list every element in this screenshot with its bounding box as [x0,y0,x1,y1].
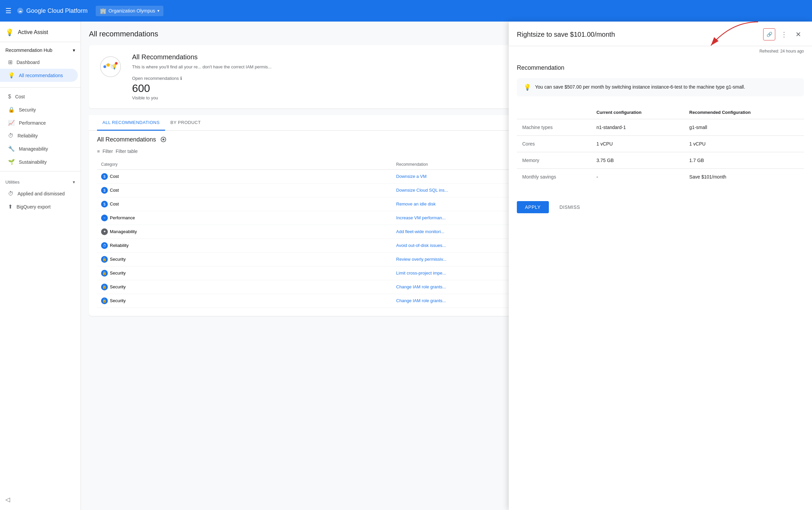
category-label: Performance [110,215,135,220]
info-icon[interactable]: ℹ [180,76,182,81]
recommendation-link[interactable]: Downsize Cloud SQL ins... [396,188,448,193]
config-col-label [517,106,591,119]
category-icon: 🔒 [101,283,108,290]
recommendation-link[interactable]: Add fleet-wide monitori... [396,229,444,234]
utilities-header[interactable]: Utilities ▾ [0,177,81,187]
link-icon: 🔗 [766,32,772,37]
sidebar-item-all-recommendations[interactable]: 💡 All recommendations [0,69,78,82]
category-icon: $ [101,187,108,194]
apply-button[interactable]: APPLY [517,201,549,213]
sidebar-item-manageability[interactable]: 🔧 Manageability [0,142,78,155]
category-cell: $ Cost [97,183,392,197]
panel-body: Recommendation 💡 You can save $507.00 pe… [509,56,812,193]
recommendation-link[interactable]: Increase VM performan... [396,215,446,220]
category-icon: $ [101,201,108,208]
sidebar-header: 💡 Active Assist [0,22,81,42]
sidebar-item-all-recs-label: All recommendations [19,73,63,78]
top-navigation: ☰ ☁ Google Cloud Platform 🏢 Organization… [0,0,812,22]
category-label: Security [110,298,126,303]
config-row: Memory 3.75 GB 1.7 GB [517,152,804,169]
performance-icon: 📈 [8,120,15,126]
summary-text: All Recommendations This is where you'll… [132,53,271,100]
config-current: 1 vCPU [591,136,684,152]
category-cell: $ Cost [97,170,392,183]
category-label: Security [110,270,126,275]
recommendation-panel: Rightsize to save $101.00/month 🔗 ⋮ ✕ Re… [509,22,812,510]
panel-section-title: Recommendation [517,64,804,71]
config-row: Machine types n1-standard-1 g1-small [517,119,804,136]
config-row-label: Cores [517,136,591,152]
config-recommended: g1-small [684,119,804,136]
sidebar-item-cost[interactable]: $ Cost [0,90,78,103]
sidebar-item-sustainability[interactable]: 🌱 Sustainability [0,155,78,169]
org-icon: 🏢 [100,8,107,14]
config-table: Current configuration Recommended Config… [517,106,804,185]
recommendation-link[interactable]: Limit cross-project impe... [396,270,446,275]
category-cell: ~ Performance [97,211,392,225]
recommendation-link[interactable]: Change IAM role grants... [396,298,446,303]
recommendation-hub-label: Recommendation Hub [5,48,52,53]
all-recommendations-icon: 💡 [8,72,15,79]
sidebar-item-reliability[interactable]: ⏱ Reliability [0,129,78,142]
open-recs: Open recommendations ℹ 600 Visible to yo… [132,76,271,100]
sidebar-item-security[interactable]: 🔒 Security [0,103,78,116]
sidebar-item-bigquery-export[interactable]: ⬆ BigQuery export [0,200,78,213]
org-selector[interactable]: 🏢 Organization Olympus ▾ [96,6,164,16]
refreshed-label: Refreshed: 24 hours ago [509,46,812,56]
filter-table-label[interactable]: Filter table [116,149,138,154]
recommendation-link[interactable]: Remove an idle disk [396,202,436,207]
sidebar-item-reliability-label: Reliability [18,133,38,139]
svg-text:💡: 💡 [112,64,118,70]
filter-icon: ≡ [97,149,100,154]
summary-title: All Recommendations [132,53,271,61]
tab-all-recommendations[interactable]: ALL RECOMMENDATIONS [97,115,165,131]
active-assist-icon: 💡 [5,28,14,36]
tab-by-product[interactable]: BY PRODUCT [165,115,206,131]
category-icon: ✦ [101,229,108,235]
info-text: You can save $507.00 per month by switch… [535,84,745,91]
category-label: Manageability [110,229,137,234]
collapse-sidebar-button[interactable]: ◁ [5,496,10,503]
dismiss-button[interactable]: DISMISS [554,201,586,213]
svg-point-4 [104,65,106,68]
config-row-label: Monthly savings [517,169,591,185]
category-icon: ⏱ [101,242,108,249]
category-icon: 🔒 [101,270,108,276]
filter-label[interactable]: Filter [103,149,113,154]
recommendation-link[interactable]: Downsize a VM [396,174,427,179]
config-row-label: Memory [517,152,591,169]
sidebar-item-dashboard-label: Dashboard [17,60,40,65]
category-icon: 🔒 [101,256,108,263]
category-cell: 🔒 Security [97,280,392,294]
sidebar-item-applied-label: Applied and dismissed [18,191,65,197]
panel-title: Rightsize to save $101.00/month [517,31,615,38]
summary-icon-area: 💡 [97,53,124,80]
category-label: Cost [110,174,119,179]
recommendation-hub-chevron-icon: ▾ [73,48,75,53]
close-panel-button[interactable]: ✕ [793,29,804,40]
recommendation-hub-section: Recommendation Hub ▾ ⊞ Dashboard 💡 All r… [0,42,81,85]
config-current: n1-standard-1 [591,119,684,136]
recommendation-link[interactable]: Review overly permissiv... [396,257,446,262]
category-label: Security [110,284,126,289]
sidebar-item-applied-dismissed[interactable]: ⏱ Applied and dismissed [0,187,78,200]
recommendation-link[interactable]: Avoid out-of-disk issues... [396,243,446,248]
summary-description: This is where you'll find all your re...… [132,64,271,70]
utilities-section: Utilities ▾ ⏱ Applied and dismissed ⬆ Bi… [0,174,81,216]
recommendation-hub-header[interactable]: Recommendation Hub ▾ [0,45,81,56]
hamburger-menu[interactable]: ☰ [5,7,11,15]
kebab-menu-button[interactable]: ⋮ [778,29,790,40]
org-name: Organization Olympus [109,8,155,13]
copy-link-button[interactable]: 🔗 [763,28,775,40]
info-banner: 💡 You can save $507.00 per month by swit… [517,78,804,96]
sidebar-item-dashboard[interactable]: ⊞ Dashboard [0,56,78,69]
panel-action-buttons: 🔗 ⋮ ✕ [763,28,804,40]
open-recs-count: 600 [132,82,271,95]
config-row-label: Machine types [517,119,591,136]
sidebar-item-performance[interactable]: 📈 Performance [0,116,78,129]
category-label: Cost [110,202,119,207]
panel-footer: APPLY DISMISS [509,193,812,221]
reliability-icon: ⏱ [8,133,13,139]
config-recommended: 1 vCPU [684,136,804,152]
recommendation-link[interactable]: Change IAM role grants... [396,284,446,289]
